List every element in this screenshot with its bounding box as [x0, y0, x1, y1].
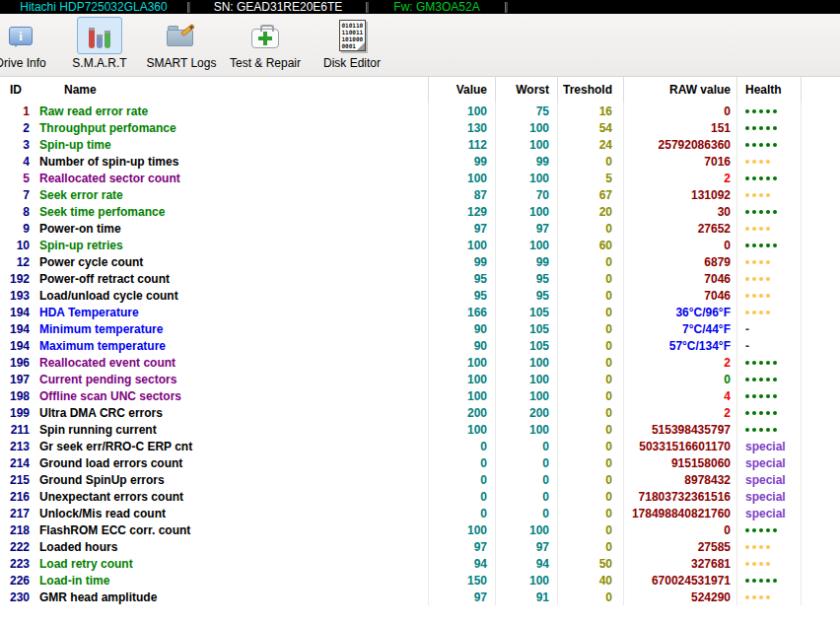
- table-row[interactable]: 230GMR head amplitude97910524290: [0, 589, 840, 605]
- table-row[interactable]: 194Minimum temperature9010507°C/44°F-: [0, 320, 840, 337]
- cell-health: [737, 136, 802, 153]
- smart-logs-label: SMART Logs: [147, 56, 217, 70]
- column-header-raw[interactable]: RAW value: [624, 77, 737, 103]
- table-row[interactable]: 197Current pending sectors10010000: [0, 371, 840, 387]
- table-row[interactable]: 223Load retry count949450327681: [0, 555, 840, 572]
- cell-treshold: 0: [558, 387, 624, 404]
- health-dot-icon: [752, 260, 756, 264]
- disk-editor-button[interactable]: 010110 110011 101000 0001 Disk Editor: [310, 17, 394, 70]
- cell-worst: 105: [496, 304, 558, 320]
- cell-id: 10: [0, 237, 30, 253]
- column-header-value[interactable]: Value: [429, 77, 496, 103]
- health-dot-icon: [745, 260, 749, 264]
- table-row[interactable]: 213Gr seek err/RRO-C ERP cnt000503315166…: [0, 438, 840, 454]
- health-dot-icon: [752, 193, 756, 197]
- health-dot-icon: [752, 160, 756, 164]
- cell-treshold: 54: [558, 119, 624, 136]
- test-tube-green: [105, 31, 110, 48]
- health-dot-icon: [745, 176, 749, 180]
- table-row[interactable]: 222Loaded hours9797027585: [0, 538, 840, 555]
- health-dot-icon: [745, 361, 749, 365]
- table-row[interactable]: 3Spin-up time1121002425792086360: [0, 136, 840, 153]
- cell-extra: [802, 220, 840, 237]
- cell-treshold: 0: [558, 538, 624, 555]
- cell-treshold: 0: [558, 253, 624, 270]
- health-dot-icon: [759, 143, 763, 147]
- smart-button[interactable]: S.M.A.R.T: [57, 17, 142, 70]
- cell-value: 90: [429, 337, 496, 354]
- cell-health: [737, 538, 802, 555]
- table-row[interactable]: 211Spin running current10010005153984357…: [0, 421, 840, 438]
- table-row[interactable]: 193Load/unload cycle count959507046: [0, 287, 840, 304]
- table-row[interactable]: 216Unexpectant errors count0007180373236…: [0, 488, 840, 505]
- cell-raw: 2: [624, 354, 737, 371]
- cell-health: [737, 287, 802, 304]
- column-header-health[interactable]: Health: [737, 77, 802, 103]
- cell-name: Ground SpinUp errors: [30, 471, 429, 488]
- table-row[interactable]: 194HDA Temperature166105036°C/96°F: [0, 304, 840, 320]
- drive-info-button[interactable]: i Drive Info: [0, 17, 57, 70]
- cell-treshold: 0: [558, 404, 624, 421]
- cell-id: 9: [0, 220, 30, 237]
- table-row[interactable]: 192Power-off retract count959507046: [0, 270, 840, 287]
- table-row[interactable]: 217Unlock/Mis read count0001784988408217…: [0, 505, 840, 521]
- cell-health: -: [737, 337, 802, 354]
- cell-extra: [802, 421, 840, 438]
- table-row[interactable]: 7Seek error rate877067131092: [0, 186, 840, 203]
- cell-health: [737, 371, 802, 387]
- cell-worst: 200: [496, 404, 558, 421]
- health-dot-icon: [745, 277, 749, 281]
- table-row[interactable]: 215Ground SpinUp errors0008978432special: [0, 471, 840, 488]
- cell-raw: 4: [624, 387, 737, 404]
- cell-treshold: 67: [558, 186, 624, 203]
- table-row[interactable]: 5Reallocated sector count10010052: [0, 170, 840, 186]
- health-dot-icon: [752, 210, 756, 214]
- cell-raw: 151: [624, 119, 737, 136]
- cell-name: GMR head amplitude: [30, 589, 429, 605]
- cell-value: 0: [429, 505, 496, 521]
- cell-health: [737, 555, 802, 572]
- cell-raw: 524290: [624, 589, 737, 605]
- column-header-name[interactable]: Name: [30, 77, 429, 103]
- health-dot-icon: [766, 411, 770, 415]
- smart-logs-button[interactable]: SMART Logs: [142, 17, 221, 70]
- table-row[interactable]: 9Power-on time9797027652: [0, 220, 840, 237]
- cell-id: 215: [0, 471, 30, 488]
- column-header-treshold[interactable]: Treshold: [558, 77, 624, 103]
- drive-firmware: Fw: GM3OA52A: [369, 1, 505, 14]
- cell-name: Gr seek err/RRO-C ERP cnt: [30, 438, 429, 454]
- cell-worst: 99: [496, 153, 558, 170]
- table-row[interactable]: 198Offline scan UNC sectors10010004: [0, 387, 840, 404]
- table-row[interactable]: 8Seek time perfomance1291002030: [0, 203, 840, 220]
- cell-name: Raw read error rate: [30, 103, 429, 119]
- cell-treshold: 0: [558, 471, 624, 488]
- table-row[interactable]: 226Load-in time15010040670024531971: [0, 572, 840, 589]
- table-row[interactable]: 12Power cycle count999906879: [0, 253, 840, 270]
- table-row[interactable]: 218FlashROM ECC corr. count10010000: [0, 521, 840, 538]
- cell-worst: 0: [496, 438, 558, 454]
- health-dot-icon: [745, 227, 749, 231]
- cell-treshold: 0: [558, 488, 624, 505]
- cell-name: Spin-up retries: [30, 237, 429, 253]
- health-dot-icon: [759, 176, 763, 180]
- table-row[interactable]: 214Ground load errors count000915158060s…: [0, 454, 840, 471]
- health-dot-icon: [759, 193, 763, 197]
- column-header-worst[interactable]: Worst: [496, 77, 558, 103]
- cell-raw: 0: [624, 521, 737, 538]
- table-row[interactable]: 10Spin-up retries100100600: [0, 237, 840, 253]
- health-dot-icon: [766, 528, 770, 532]
- table-row[interactable]: 1Raw read error rate10075160: [0, 103, 840, 119]
- table-row[interactable]: 199Ultra DMA CRC errors20020002: [0, 404, 840, 421]
- cell-extra: [802, 270, 840, 287]
- cell-extra: [802, 153, 840, 170]
- table-row[interactable]: 4Number of spin-up times999907016: [0, 153, 840, 170]
- test-repair-button[interactable]: Test & Repair: [221, 17, 310, 70]
- cell-health: [737, 237, 802, 253]
- table-row[interactable]: 194Maximum temperature90105057°C/134°F-: [0, 337, 840, 354]
- table-row[interactable]: 196Reallocated event count10010002: [0, 354, 840, 371]
- table-row[interactable]: 2Throughput perfomance13010054151: [0, 119, 840, 136]
- smart-label: S.M.A.R.T: [72, 56, 126, 70]
- cell-value: 0: [429, 471, 496, 488]
- health-dot-icon: [752, 126, 756, 130]
- column-header-id[interactable]: ID: [0, 77, 30, 103]
